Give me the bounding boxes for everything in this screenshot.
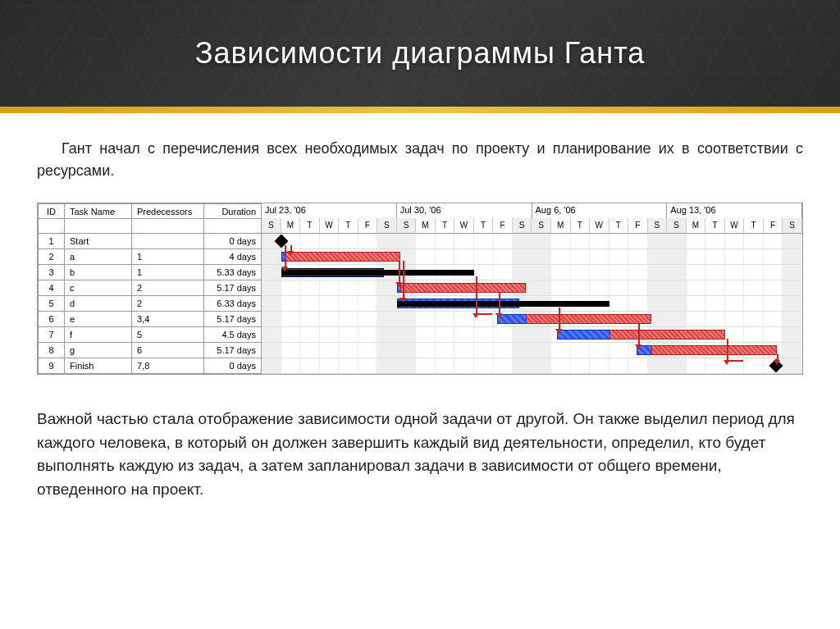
cell-name: g [65, 343, 132, 358]
cell-dur: 5.17 days [204, 343, 262, 358]
cell-id: 4 [39, 280, 65, 296]
cell-pred [132, 234, 204, 249]
cell-name: a [65, 249, 132, 265]
cell-id: 3 [39, 265, 65, 280]
day-label: S [377, 218, 397, 233]
arrow-icon [472, 313, 479, 318]
gantt-row [262, 249, 802, 265]
day-label: F [764, 218, 783, 233]
day-label: M [551, 218, 571, 233]
table-row: 5d26.33 days [39, 296, 262, 312]
day-label: M [281, 218, 301, 233]
table-row: 9Finish7,80 days [39, 358, 262, 374]
day-label: T [300, 218, 320, 233]
cell-pred: 6 [132, 343, 204, 358]
gantt-row [262, 343, 802, 358]
cell-name: Finish [65, 358, 132, 374]
arrow-icon [774, 360, 780, 365]
table-row: 4c25.17 days [39, 280, 262, 296]
cell-dur: 4 days [204, 249, 262, 265]
slide-header: Зависимости диаграммы Ганта [0, 0, 840, 107]
arrow-icon [635, 344, 641, 349]
cell-id: 6 [39, 312, 65, 327]
gantt-row [262, 265, 802, 280]
dependency-line [499, 292, 500, 313]
gantt-row [262, 358, 802, 374]
day-label: W [590, 218, 609, 233]
gantt-chart: ID Task Name Predecessors Duration 1Star… [37, 203, 803, 375]
cell-id: 5 [39, 296, 65, 312]
table-row: 6e3,45.17 days [39, 312, 262, 327]
cell-name: e [65, 312, 132, 327]
cell-pred: 2 [132, 280, 204, 296]
cell-dur: 5.17 days [204, 280, 262, 296]
day-label: T [436, 218, 455, 233]
arrow-icon [287, 251, 294, 256]
cell-id: 2 [39, 249, 65, 265]
cell-dur: 4.5 days [204, 327, 262, 343]
gantt-bar [400, 283, 526, 293]
arrow-icon [724, 360, 730, 365]
week-label: Aug 6, '06 [532, 203, 668, 218]
cell-pred: 5 [132, 327, 204, 343]
day-label: T [571, 218, 591, 233]
dependency-line [399, 261, 400, 282]
day-label: W [725, 218, 745, 233]
day-label: T [474, 218, 494, 233]
arrow-icon [399, 298, 406, 303]
day-label: S [397, 218, 417, 233]
cell-pred: 1 [132, 249, 204, 265]
gantt-row [262, 296, 802, 312]
day-label: M [416, 218, 436, 233]
slide-content: Гант начал с перечисления всех необходим… [0, 113, 840, 526]
day-label: W [320, 218, 340, 233]
cell-id: 9 [39, 358, 65, 374]
week-label: Jul 23, '06 [262, 203, 397, 218]
day-label: T [744, 218, 764, 233]
cell-pred: 2 [132, 296, 204, 312]
cell-pred: 3,4 [132, 312, 204, 327]
table-row: 7f54.5 days [39, 327, 262, 343]
dependency-line [777, 354, 778, 360]
week-label: Jul 30, '06 [397, 203, 532, 218]
cell-dur: 5.17 days [204, 312, 262, 327]
gantt-row [262, 234, 802, 249]
cell-pred: 7,8 [132, 358, 204, 374]
week-label: Aug 13, '06 [667, 203, 802, 218]
cell-id: 7 [39, 327, 65, 343]
intro-paragraph: Гант начал с перечисления всех необходим… [37, 138, 803, 182]
bottom-paragraph: Важной частью стала отображение зависимо… [37, 408, 803, 501]
dependency-line [638, 323, 640, 344]
gantt-bar [651, 345, 777, 355]
cell-id: 1 [39, 234, 65, 249]
cell-dur: 0 days [204, 358, 262, 374]
cell-id: 8 [39, 343, 65, 358]
day-label: S [783, 218, 802, 233]
day-label: S [262, 218, 281, 233]
arrow-icon [555, 329, 562, 334]
cell-pred: 1 [132, 265, 204, 280]
col-header-dur: Duration [204, 204, 262, 219]
table-row: 1Start0 days [39, 234, 262, 249]
gantt-row [262, 327, 802, 343]
gantt-row [262, 312, 802, 327]
arrow-icon [395, 282, 402, 287]
dependency-line [476, 276, 477, 313]
day-label: T [705, 218, 725, 233]
table-row: 3b15.33 days [39, 265, 262, 280]
day-label: F [628, 218, 648, 233]
day-label: F [358, 218, 378, 233]
gantt-row [262, 280, 802, 296]
day-label: T [339, 218, 358, 233]
header-divider [0, 107, 840, 113]
cell-name: Start [65, 234, 132, 249]
day-label: W [454, 218, 474, 233]
day-label: S [648, 218, 668, 233]
gantt-bar [281, 270, 474, 276]
task-table: ID Task Name Predecessors Duration 1Star… [38, 203, 262, 374]
col-header-pred: Predecessors [132, 204, 204, 219]
day-label: T [609, 218, 629, 233]
cell-dur: 0 days [204, 234, 262, 249]
dependency-line [727, 339, 728, 360]
arrow-icon [281, 267, 288, 271]
